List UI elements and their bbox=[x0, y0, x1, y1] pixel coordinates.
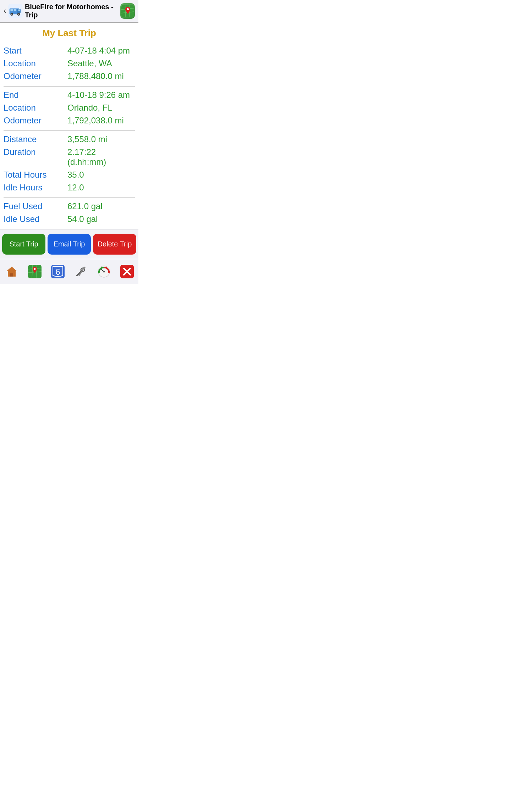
end-location-value: Orlando, FL bbox=[67, 103, 112, 113]
start-odometer-value: 1,788,480.0 mi bbox=[67, 71, 124, 81]
map-header-icon[interactable] bbox=[120, 3, 135, 19]
close-nav-icon bbox=[120, 265, 134, 278]
svg-rect-5 bbox=[18, 9, 21, 11]
distance-row: Distance 3,558.0 mi bbox=[4, 133, 135, 146]
end-value: 4-10-18 9:26 am bbox=[67, 90, 130, 100]
bottom-navigation: 6 bbox=[0, 259, 138, 284]
start-section: Start 4-07-18 4:04 pm Location Seattle, … bbox=[4, 42, 135, 87]
nav-shield[interactable]: 6 bbox=[48, 263, 67, 280]
duration-row: Duration 2.17:22 (d.hh:mm) bbox=[4, 146, 135, 168]
fuel-used-label: Fuel Used bbox=[4, 201, 67, 211]
idle-hours-label: Idle Hours bbox=[4, 183, 67, 193]
svg-point-9 bbox=[18, 13, 20, 15]
end-section: End 4-10-18 9:26 am Location Orlando, FL… bbox=[4, 87, 135, 131]
nav-tools[interactable] bbox=[71, 263, 90, 280]
tools-icon bbox=[74, 265, 88, 278]
nav-close[interactable] bbox=[117, 263, 137, 280]
action-buttons: Start Trip Email Trip Delete Trip bbox=[0, 229, 138, 259]
distance-value: 3,558.0 mi bbox=[67, 134, 107, 144]
end-row: End 4-10-18 9:26 am bbox=[4, 89, 135, 101]
nav-gauge[interactable] bbox=[94, 263, 114, 280]
idle-used-label: Idle Used bbox=[4, 214, 67, 224]
svg-point-31 bbox=[103, 271, 105, 273]
end-location-label: Location bbox=[4, 103, 67, 113]
idle-used-row: Idle Used 54.0 gal bbox=[4, 213, 135, 226]
svg-rect-4 bbox=[14, 9, 16, 11]
start-odometer-row: Odometer 1,788,480.0 mi bbox=[4, 70, 135, 83]
section-title: My Last Trip bbox=[4, 23, 135, 42]
end-odometer-row: Odometer 1,792,038.0 mi bbox=[4, 114, 135, 127]
svg-point-7 bbox=[11, 13, 13, 15]
home-icon bbox=[5, 265, 18, 278]
nav-map[interactable] bbox=[25, 263, 44, 280]
rv-icon bbox=[8, 3, 23, 19]
email-trip-button[interactable]: Email Trip bbox=[48, 234, 91, 255]
gauge-icon bbox=[97, 265, 111, 278]
back-button[interactable]: ‹ bbox=[4, 6, 6, 16]
start-odometer-label: Odometer bbox=[4, 71, 67, 81]
svg-rect-3 bbox=[11, 9, 13, 11]
fuel-used-value: 621.0 gal bbox=[67, 201, 103, 211]
start-location-value: Seattle, WA bbox=[67, 59, 112, 68]
idle-hours-row: Idle Hours 12.0 bbox=[4, 181, 135, 194]
svg-rect-16 bbox=[10, 273, 13, 277]
fuel-section: Fuel Used 621.0 gal Idle Used 54.0 gal bbox=[4, 198, 135, 229]
distance-label: Distance bbox=[4, 134, 67, 144]
app-header: ‹ BlueFire for Motorhomes - Trip bbox=[0, 0, 138, 23]
total-hours-label: Total Hours bbox=[4, 170, 67, 180]
main-content: My Last Trip Start 4-07-18 4:04 pm Locat… bbox=[0, 23, 138, 229]
header-left: ‹ BlueFire for Motorhomes - Trip bbox=[4, 3, 120, 19]
svg-point-15 bbox=[127, 8, 129, 10]
map-pin-icon bbox=[121, 5, 134, 17]
start-trip-button[interactable]: Start Trip bbox=[2, 234, 45, 255]
total-hours-value: 35.0 bbox=[67, 170, 84, 180]
duration-label: Duration bbox=[4, 147, 67, 157]
end-odometer-value: 1,792,038.0 mi bbox=[67, 116, 124, 126]
total-hours-row: Total Hours 35.0 bbox=[4, 168, 135, 181]
svg-text:6: 6 bbox=[55, 267, 60, 277]
map-nav-icon bbox=[28, 265, 42, 278]
start-location-label: Location bbox=[4, 59, 67, 68]
header-title: BlueFire for Motorhomes - Trip bbox=[25, 3, 120, 19]
delete-trip-button[interactable]: Delete Trip bbox=[93, 234, 136, 255]
duration-value: 2.17:22 (d.hh:mm) bbox=[67, 147, 135, 167]
idle-hours-value: 12.0 bbox=[67, 183, 84, 193]
start-label: Start bbox=[4, 46, 67, 56]
stats-section: Distance 3,558.0 mi Duration 2.17:22 (d.… bbox=[4, 131, 135, 198]
start-row: Start 4-07-18 4:04 pm bbox=[4, 44, 135, 57]
shield-icon: 6 bbox=[51, 265, 65, 278]
idle-used-value: 54.0 gal bbox=[67, 214, 98, 224]
start-location-row: Location Seattle, WA bbox=[4, 57, 135, 70]
end-label: End bbox=[4, 90, 67, 100]
nav-home[interactable] bbox=[2, 263, 21, 280]
svg-point-22 bbox=[34, 268, 35, 270]
start-value: 4-07-18 4:04 pm bbox=[67, 46, 130, 56]
end-odometer-label: Odometer bbox=[4, 116, 67, 126]
end-location-row: Location Orlando, FL bbox=[4, 101, 135, 114]
fuel-used-row: Fuel Used 621.0 gal bbox=[4, 200, 135, 213]
